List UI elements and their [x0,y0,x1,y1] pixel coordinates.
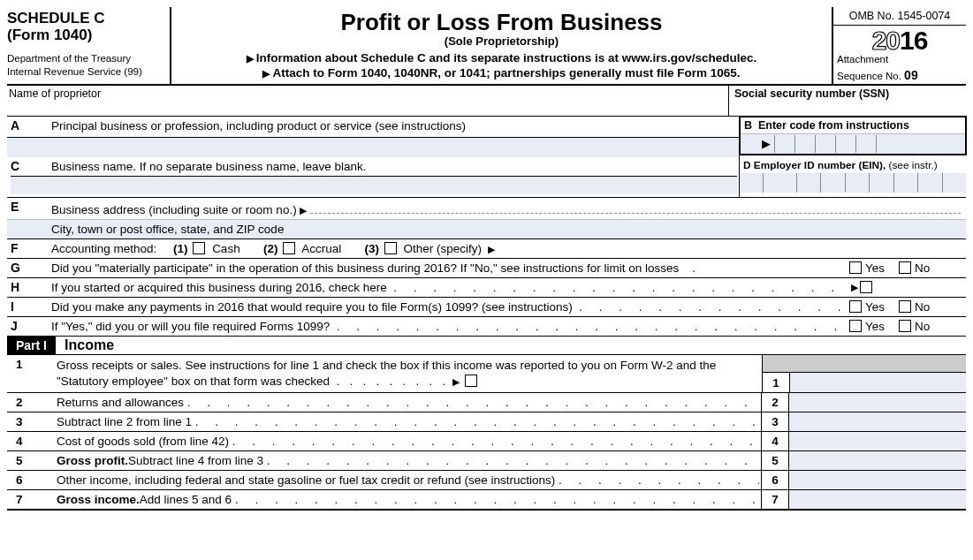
proprietor-row: Name of proprietor Social security numbe… [7,86,966,117]
info-line: ▶ Information about Schedule C and its s… [177,51,826,64]
line-f-letter: F [7,239,49,257]
line-a-letter: A [7,117,49,135]
part-1-label: Part I [7,337,56,354]
input-line-4[interactable] [788,432,966,450]
income-line-1: 1 Gross receipts or sales. See instructi… [7,355,966,393]
checkbox-g-yes[interactable] [849,261,862,274]
arrow-icon: ▶ [247,53,256,64]
checkbox-cash[interactable] [193,242,205,254]
col-num-7: 7 [761,490,788,509]
dept-label: Department of the Treasury [7,53,131,64]
line-b-code-boxes[interactable]: ▶ [741,133,965,154]
header-left: SCHEDULE C (Form 1040) Department of the… [7,7,171,84]
checkbox-j-yes[interactable] [849,320,862,332]
income-line-2: 2 Returns and allowances 2 [7,393,966,412]
income-line-3: 3 Subtract line 2 from line 1 3 [7,412,966,432]
line-6-number: 6 [7,471,55,489]
attach-line: ▶ Attach to Form 1040, 1040NR, or 1041; … [177,66,826,79]
input-line-2[interactable] [788,393,966,412]
checkbox-g-no[interactable] [899,261,911,274]
line-a-text: Principal business or profession, includ… [49,117,739,135]
line-i-letter: I [7,298,49,315]
line-c-text: Business name. If no separate business n… [51,160,737,173]
ein-input[interactable] [740,173,966,193]
form-title: Profit or Loss From Business [177,9,826,36]
income-line-4: 4 Cost of goods sold (from line 42) 4 [7,432,966,451]
input-line-1[interactable] [789,373,966,392]
part-1-header: Part I Income [7,337,966,355]
line-b-text: Enter code from instructions [758,119,909,132]
col-num-5: 5 [761,451,788,470]
line-d-letter: D [743,159,751,171]
address-input[interactable] [310,201,961,214]
line-2-number: 2 [7,393,55,412]
checkbox-line-1[interactable] [465,375,477,387]
col-num-2: 2 [761,393,788,412]
line-b-box: B Enter code from instructions ▶ [739,116,967,155]
form-subtitle: (Sole Proprietorship) [177,34,826,48]
row-c-d: C Business name. If no separate business… [7,157,966,198]
col-num-4: 4 [761,432,788,450]
line-e1-text: Business address (including suite or roo… [51,203,297,216]
row-j: J If "Yes," did you or will you file req… [7,317,966,337]
line-6-text: Other income, including federal and stat… [57,473,555,487]
arrow-icon: ▶ [851,282,858,293]
arrow-icon: ▶ [262,68,272,79]
line-4-text: Cost of goods sold (from line 42) [57,435,229,448]
line-3-number: 3 [7,412,55,431]
schedule-c-form: SCHEDULE C (Form 1040) Department of the… [7,7,966,511]
line-7-number: 7 [7,490,55,509]
checkbox-j-no[interactable] [899,320,911,332]
line-j-text: If "Yes," did you or will you file requi… [51,320,330,333]
row-f: F Accounting method: (1) Cash (2) Accrua… [7,239,966,259]
line-5-number: 5 [7,451,55,470]
sequence-label: Sequence No. 09 [833,68,966,84]
line-d-suffix: (see instr.) [886,159,937,171]
line-h-letter: H [7,278,49,296]
arrow-icon: ▶ [452,376,460,387]
attachment-label: Attachment [833,54,966,68]
line-g-letter: G [7,259,49,276]
line-2-text: Returns and allowances [57,396,184,409]
input-line-3[interactable] [788,412,966,431]
line-1-number: 1 [7,355,55,392]
row-a-b: A Principal business or profession, incl… [7,117,966,157]
line-4-number: 4 [7,432,55,450]
line-h-text: If you started or acquired this business… [51,281,387,294]
input-line-6[interactable] [788,471,966,489]
income-line-7: 7 Gross income. Add lines 5 and 6 7 [7,490,966,509]
line-5-bold: Gross profit. [57,454,128,467]
row-e: E Business address (including suite or r… [7,198,966,239]
line-e-letter: E [7,198,49,219]
checkbox-h[interactable] [860,281,872,293]
income-line-6: 6 Other income, including federal and st… [7,471,966,490]
line-7-bold: Gross income. [57,493,140,506]
checkbox-i-yes[interactable] [849,300,862,313]
line-b-letter: B [744,119,752,132]
line-f-content: Accounting method: (1) Cash (2) Accrual … [49,239,966,258]
header-right: OMB No. 1545-0074 2016 Attachment Sequen… [832,7,966,84]
proprietor-name-field[interactable]: Name of proprietor [7,86,728,116]
checkbox-i-no[interactable] [899,300,911,313]
input-line-7[interactable] [788,490,966,509]
line-c-input[interactable] [11,176,737,194]
checkbox-other[interactable] [384,242,397,254]
line-3-text: Subtract line 2 from line 1 [57,415,192,428]
line-d-text: Employer ID number (EIN), [754,159,886,171]
line-j-letter: J [7,317,49,335]
form-header: SCHEDULE C (Form 1040) Department of the… [7,7,966,86]
col-num-1: 1 [763,373,789,392]
line-i-text: Did you make any payments in 2016 that w… [51,300,573,314]
col-num-6: 6 [761,471,788,489]
line-e2-text[interactable]: City, town or post office, state, and ZI… [49,220,966,238]
income-line-5: 5 Gross profit. Subtract line 4 from lin… [7,451,966,471]
input-line-5[interactable] [788,451,966,470]
schedule-label: SCHEDULE C [7,11,164,27]
checkbox-accrual[interactable] [283,242,295,254]
line-7-text: Add lines 5 and 6 [140,493,232,506]
part-1-title: Income [56,337,123,354]
ssn-field[interactable]: Social security number (SSN) [728,86,966,116]
arrow-icon: ▶ [762,137,771,150]
omb-number: OMB No. 1545-0074 [833,7,966,26]
line-a-input[interactable] [7,138,739,157]
